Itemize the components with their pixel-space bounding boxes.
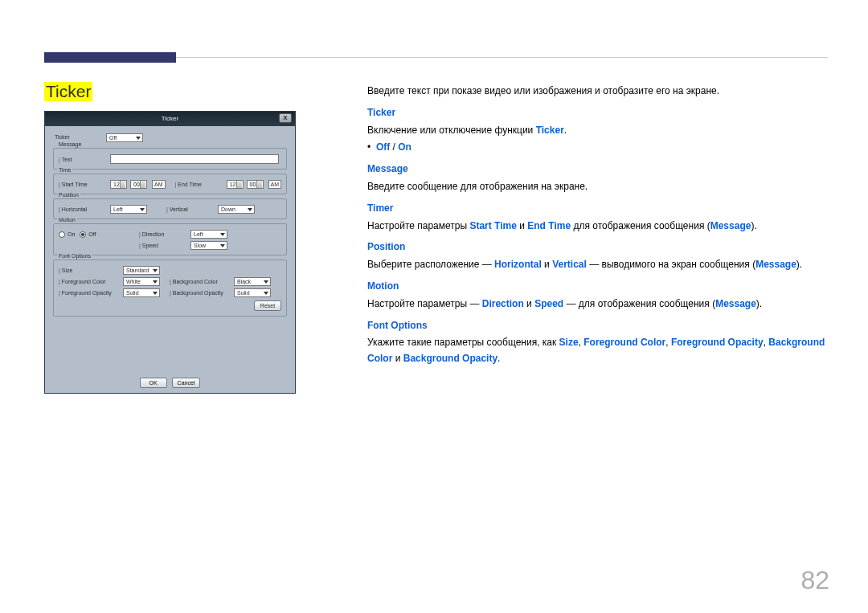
close-icon[interactable]: X (279, 113, 292, 123)
horizontal-label: Horizontal (59, 206, 107, 212)
text-input[interactable] (110, 154, 279, 164)
ok-button[interactable]: OK (140, 378, 167, 388)
font-options-group: Font Options Size Standard Foreground Co… (53, 260, 287, 317)
motion-group-label: Motion (57, 217, 77, 223)
direction-label: Direction (139, 231, 187, 237)
font-heading: Font Options (367, 320, 428, 331)
vertical-label: Vertical (166, 206, 215, 212)
start-ampm[interactable]: AM (152, 180, 166, 189)
motion-on-radio[interactable] (59, 231, 65, 238)
intro-text: Введите текст при показе видео или изобр… (367, 84, 828, 100)
fg-opacity-label: Foreground Opacity (59, 290, 120, 296)
end-hour[interactable]: 12 (227, 180, 244, 189)
fg-color-dropdown[interactable]: White (123, 277, 160, 286)
ticker-heading: Ticker (367, 107, 395, 118)
description-column: Введите текст при показе видео или изобр… (367, 82, 828, 369)
timer-heading: Timer (367, 202, 393, 214)
position-heading: Position (367, 241, 405, 252)
message-group: Message Text (53, 148, 287, 170)
time-group: Time Start Time 12 00 AM End Time 12 00 … (53, 174, 287, 194)
start-min[interactable]: 00 (130, 180, 147, 189)
end-ampm[interactable]: AM (268, 180, 282, 189)
fg-opacity-dropdown[interactable]: Solid (123, 288, 160, 297)
motion-desc: Настройте параметры — Direction и Speed … (367, 296, 828, 313)
size-label: Size (59, 268, 120, 273)
font-desc: Укажите такие параметры сообщения, как S… (367, 335, 828, 367)
ticker-label: Ticker (55, 134, 103, 140)
message-heading: Message (367, 163, 408, 174)
page-number: 82 (800, 566, 829, 595)
font-options-label: Font Options (57, 253, 92, 259)
start-time-label: Start Time (59, 182, 107, 187)
bg-opacity-dropdown[interactable]: Solid (234, 288, 271, 297)
header-stripe (44, 52, 176, 63)
motion-off-radio[interactable] (80, 231, 86, 238)
bg-opacity-label: Background Opacity (170, 290, 231, 296)
start-hour[interactable]: 12 (110, 180, 127, 189)
dialog-title-bar: Ticker X (45, 112, 295, 126)
position-group: Position Horizontal Left Vertical Down (53, 198, 287, 219)
ticker-desc: Включение или отключение функции Ticker. (367, 123, 828, 139)
timer-desc: Настройте параметры Start Time и End Tim… (367, 219, 828, 235)
message-group-label: Message (57, 141, 83, 147)
position-desc: Выберите расположение — Horizontal и Ver… (367, 257, 828, 273)
speed-dropdown[interactable]: Slow (190, 241, 227, 250)
bg-color-label: Background Color (170, 279, 231, 284)
reset-button[interactable]: Reset (254, 300, 281, 311)
bg-color-dropdown[interactable]: Black (234, 277, 271, 286)
motion-heading: Motion (367, 280, 399, 292)
motion-off-label: Off (88, 231, 96, 237)
direction-dropdown[interactable]: Left (190, 230, 227, 239)
ticker-dialog: Ticker X Ticker Off Message Text Time St… (44, 111, 296, 394)
header-divider (176, 57, 828, 58)
size-dropdown[interactable]: Standard (123, 266, 160, 275)
motion-on-label: On (68, 231, 75, 237)
message-desc: Введите сообщение для отображения на экр… (367, 179, 828, 195)
end-time-label: End Time (175, 182, 223, 187)
fg-color-label: Foreground Color (59, 279, 120, 284)
text-label: Text (59, 157, 107, 162)
cancel-button[interactable]: Cancel (172, 378, 201, 388)
vertical-dropdown[interactable]: Down (218, 205, 255, 214)
dialog-title: Ticker (162, 115, 178, 122)
section-title: Ticker (44, 82, 92, 101)
speed-label: Speed (139, 243, 187, 248)
motion-group: Motion On Off Direction Left Speed Slow (53, 223, 287, 255)
ticker-opts: • Off / On (367, 140, 828, 156)
end-min[interactable]: 00 (247, 180, 264, 189)
dialog-body: Ticker Off Message Text Time Start Time … (45, 126, 295, 323)
position-group-label: Position (57, 192, 80, 198)
ticker-dropdown[interactable]: Off (106, 133, 143, 142)
time-group-label: Time (57, 167, 72, 173)
horizontal-dropdown[interactable]: Left (110, 205, 147, 214)
